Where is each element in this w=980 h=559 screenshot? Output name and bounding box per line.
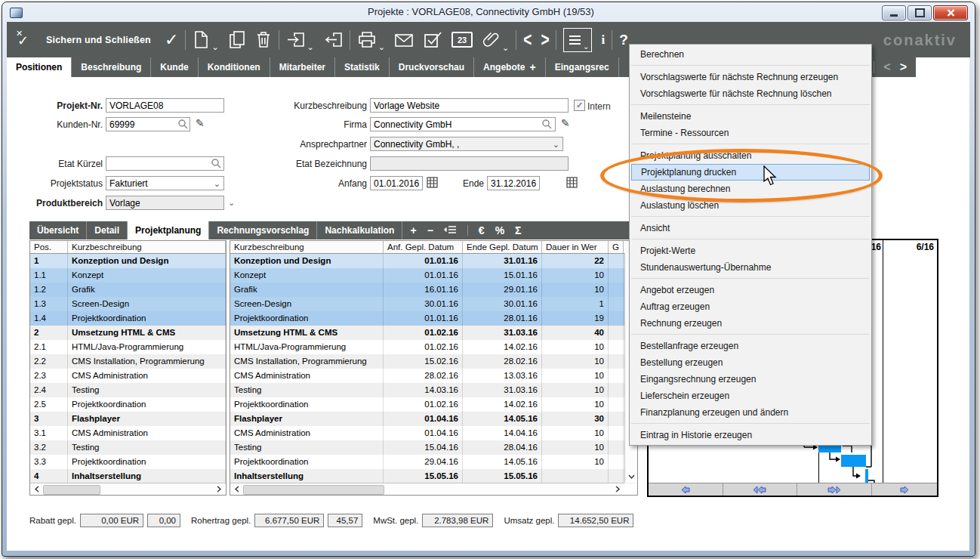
tab-druckvorschau[interactable]: Druckvorschau xyxy=(390,57,474,77)
column-header-ende-gepl-datum[interactable]: Ende Gepl. Datum xyxy=(463,241,542,253)
table-row-3.3[interactable]: 3.3Projektkoordination xyxy=(30,455,226,469)
edit-pencil-icon[interactable]: ✎ xyxy=(196,117,205,129)
position-add-button[interactable]: + xyxy=(410,224,416,236)
subtab-übersicht[interactable]: Übersicht xyxy=(29,221,87,239)
table-row-1[interactable]: 1Konzeption und Design xyxy=(30,254,226,268)
scroll-left-icon[interactable] xyxy=(231,483,242,495)
table-row-2.3[interactable]: CMS Administration28.02.1613.03.1610 xyxy=(230,369,637,383)
window-icon[interactable] xyxy=(10,8,23,18)
table-row-2.5[interactable]: Projektkoordination01.02.1614.02.1610 xyxy=(230,397,637,412)
column-header-partial[interactable]: G xyxy=(609,241,624,253)
menu-item-meilensteine[interactable]: Meilensteine xyxy=(631,108,870,125)
gantt-scroll-far-left-button[interactable] xyxy=(723,483,797,496)
chevron-down-icon[interactable]: ⌄ xyxy=(502,43,509,53)
scroll-right-icon[interactable] xyxy=(214,483,225,495)
percent-button[interactable]: % xyxy=(495,224,504,236)
table-row-3[interactable]: 3Flashplayer xyxy=(30,412,226,426)
etat-bezeichnung-field[interactable] xyxy=(370,156,569,171)
column-header-kurzbeschreibung[interactable]: Kurzbeschreibung xyxy=(68,241,226,253)
scrollbar-thumb[interactable] xyxy=(243,485,384,495)
tab-eingangsrec[interactable]: Eingangsrec xyxy=(546,57,619,77)
table-row-4[interactable]: Inhaltserstellung15.05.1615.05.16 xyxy=(230,469,637,483)
menu-item-stundenauswertung-übernahme[interactable]: Stundenauswertung-Übernahme xyxy=(631,259,870,276)
table-row-2.3[interactable]: 2.3CMS Administration xyxy=(30,369,226,383)
tab-add-icon[interactable]: + xyxy=(529,61,535,73)
gantt-milestone-bar[interactable] xyxy=(865,469,868,483)
table-row-3[interactable]: Flashplayer01.04.1614.05.1630 xyxy=(230,412,637,426)
import-icon[interactable]: ⌄ xyxy=(286,30,314,49)
column-header-pos[interactable]: Pos. xyxy=(30,241,68,253)
info-button[interactable]: i xyxy=(601,32,605,48)
table-row-2.1[interactable]: HTML/Java-Programmierung01.02.1614.02.16… xyxy=(230,340,637,354)
menu-item-projekt-werte[interactable]: Projekt-Werte xyxy=(631,242,870,259)
euro-button[interactable]: € xyxy=(479,224,485,236)
search-icon[interactable] xyxy=(177,119,188,129)
table-row-1.2[interactable]: Grafik16.01.1629.01.1610 xyxy=(230,283,637,297)
minimize-button[interactable] xyxy=(882,5,906,20)
gantt-scroll-right-button[interactable] xyxy=(871,483,937,496)
search-icon[interactable] xyxy=(541,119,552,129)
task-check-icon[interactable] xyxy=(423,30,442,49)
menu-item-bestellung-erzeugen[interactable]: Bestellung erzeugen xyxy=(631,354,870,371)
position-remove-button[interactable]: − xyxy=(427,224,433,236)
table-row-1.3[interactable]: Screen-Design30.01.1630.01.161 xyxy=(230,297,637,311)
menu-item-lieferschein-erzeugen[interactable]: Lieferschein erzeugen xyxy=(631,388,870,404)
column-header-kurzbeschreibung[interactable]: Kurzbeschreibung xyxy=(230,241,384,253)
ansprechpartner-select[interactable]: Connectivity GmbH, , ⌄ xyxy=(370,137,563,151)
column-header-anf-gepl-datum[interactable]: Anf. Gepl. Datum xyxy=(384,241,463,253)
right-pane-hscrollbar[interactable] xyxy=(230,483,624,495)
tab-scroll-next[interactable]: > xyxy=(900,60,907,74)
calendar-picker-icon[interactable] xyxy=(566,177,578,188)
table-row-3.1[interactable]: 3.1CMS Administration xyxy=(30,426,226,440)
scroll-right-icon[interactable] xyxy=(612,483,624,495)
search-icon[interactable] xyxy=(211,158,221,168)
confirm-check-icon[interactable]: ✓ xyxy=(165,32,178,48)
scrollbar-thumb[interactable] xyxy=(43,485,100,495)
export-icon[interactable] xyxy=(323,30,343,49)
menu-item-eintrag-in-historie-erzeugen[interactable]: Eintrag in Historie erzeugen xyxy=(631,427,870,443)
table-row-4[interactable]: 4Inhaltserstellung xyxy=(30,469,226,483)
table-row-2.1[interactable]: 2.1HTML/Java-Programmierung xyxy=(30,340,226,354)
menu-item-rechnung-erzeugen[interactable]: Rechnung erzeugen xyxy=(631,315,870,332)
tab-beschreibung[interactable]: Beschreibung xyxy=(72,57,151,77)
menu-item-vorschlagswerte-für-nächste-rechnung-erzeugen[interactable]: Vorschlagswerte für nächste Rechnung erz… xyxy=(631,69,870,85)
table-row-3.1[interactable]: CMS Administration01.04.1614.04.1610 xyxy=(230,426,637,440)
subtab-detail[interactable]: Detail xyxy=(87,221,128,239)
table-row-2[interactable]: Umsetzung HTML & CMS01.02.1631.03.1640 xyxy=(230,326,637,340)
table-row-2.4[interactable]: Testing14.03.1631.03.1610 xyxy=(230,383,637,397)
table-row-2.4[interactable]: 2.4Testing xyxy=(30,383,226,397)
menu-item-vorschlagswerte-für-nächste-rechnung-löschen[interactable]: Vorschlagswerte für nächste Rechnung lös… xyxy=(631,85,870,102)
intern-checkbox[interactable]: ✓ xyxy=(574,100,585,111)
menu-item-eingangsrechnung-erzeugen[interactable]: Eingangsrechnung erzeugen xyxy=(631,371,870,388)
table-row-3.3[interactable]: Projektkoordination29.04.1614.05.1610 xyxy=(230,455,637,469)
chevron-down-icon[interactable]: ⌄ xyxy=(307,42,314,52)
table-row-3.2[interactable]: Testing15.04.1628.04.1610 xyxy=(230,440,637,455)
menu-item-auftrag-erzeugen[interactable]: Auftrag erzeugen xyxy=(631,298,870,315)
print-icon[interactable]: ⌄ xyxy=(357,30,385,49)
scroll-down-icon[interactable] xyxy=(625,471,637,483)
edit-pencil-icon[interactable]: ✎ xyxy=(561,117,570,129)
table-row-3.2[interactable]: 3.2Testing xyxy=(30,440,226,455)
close-button[interactable] xyxy=(933,5,968,20)
record-next-icon[interactable]: > xyxy=(541,29,549,50)
produktbereich-select[interactable]: Vorlage xyxy=(106,196,224,210)
kurzbeschreibung-field[interactable]: Vorlage Website xyxy=(370,98,569,113)
chevron-down-icon[interactable]: ⌄ xyxy=(228,198,235,208)
table-row-1.4[interactable]: 1.4Projektkoordination xyxy=(30,311,226,326)
tab-mitarbeiter[interactable]: Mitarbeiter xyxy=(270,57,335,77)
gantt-scroll-far-right-button[interactable] xyxy=(797,483,872,496)
titlebar[interactable]: Projekte : VORLAGE08, Connectivity GmbH … xyxy=(2,2,975,22)
actions-menu-button[interactable]: ⌄ xyxy=(563,28,592,52)
projekt-nr-field[interactable]: VORLAGE08 xyxy=(106,98,224,113)
sum-button[interactable]: Σ xyxy=(515,224,521,236)
chevron-down-icon[interactable]: ⌄ xyxy=(378,42,385,52)
table-row-1[interactable]: Konzeption und Design01.01.1631.01.1622 xyxy=(230,254,637,268)
duplicate-icon[interactable] xyxy=(228,30,246,49)
table-row-1.3[interactable]: 1.3Screen-Design xyxy=(30,297,226,311)
firma-field[interactable]: Connectivity GmbH xyxy=(370,117,556,131)
maximize-button[interactable] xyxy=(908,5,932,20)
new-record-icon[interactable]: ⌄ xyxy=(193,30,218,49)
scroll-left-icon[interactable] xyxy=(31,483,42,495)
table-row-1.2[interactable]: 1.2Grafik xyxy=(30,283,226,297)
table-row-2[interactable]: 2Umsetzung HTML & CMS xyxy=(30,326,226,340)
